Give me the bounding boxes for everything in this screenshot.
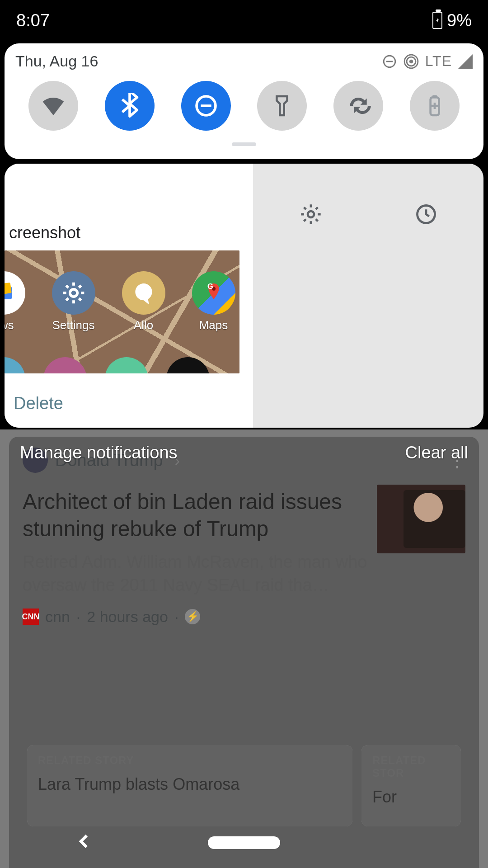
outlet-logo: CNN xyxy=(23,609,39,625)
outlet-name: cnn xyxy=(45,608,70,626)
app-label: ews xyxy=(5,318,14,332)
related-card-left[interactable]: RELATED STORY Lara Trump blasts Omarosa xyxy=(27,745,352,826)
news-app-icon xyxy=(5,271,25,315)
quick-settings-panel[interactable]: Thu, Aug 16 LTE xyxy=(5,43,483,159)
meta-sep: · xyxy=(174,608,178,626)
related-tag: RELATED STORY xyxy=(38,754,342,767)
svg-rect-10 xyxy=(5,283,11,295)
app-label: Settings xyxy=(52,318,95,332)
status-bar: 8:07 9% xyxy=(0,0,488,41)
app-peek-icon xyxy=(43,357,87,373)
svg-rect-8 xyxy=(432,95,436,98)
flashlight-icon xyxy=(269,93,295,118)
news-meta: CNN cnn · 2 hours ago · ⚡ xyxy=(9,597,479,637)
qs-tile-dnd[interactable] xyxy=(181,81,231,131)
qs-tile-autorotate[interactable] xyxy=(333,81,383,131)
app-allo: Allo xyxy=(117,271,169,332)
screenshot-thumbnail[interactable]: ews Settings Allo G xyxy=(5,250,239,373)
qs-tile-wifi[interactable] xyxy=(28,81,78,131)
app-row: ews Settings Allo G xyxy=(5,271,239,332)
app-news: ews xyxy=(5,271,29,332)
battery-saver-icon xyxy=(422,93,447,118)
qs-tile-battery-saver[interactable] xyxy=(410,81,460,131)
related-title: Lara Trump blasts Omarosa xyxy=(38,775,342,794)
delete-button[interactable]: Delete xyxy=(14,394,63,413)
notification-title: creenshot xyxy=(9,223,80,242)
hotspot-status-icon xyxy=(404,54,419,69)
wifi-icon xyxy=(41,93,66,118)
news-age: 2 hours ago xyxy=(87,608,168,626)
related-stories-row[interactable]: RELATED STORY Lara Trump blasts Omarosa … xyxy=(0,745,488,826)
app-peek-icon xyxy=(166,357,210,373)
signal-icon xyxy=(458,54,473,69)
bluetooth-icon xyxy=(117,93,142,118)
maps-app-icon: G xyxy=(192,271,235,315)
svg-point-15 xyxy=(308,211,314,217)
dnd-status-icon xyxy=(382,54,397,69)
meta-sep: · xyxy=(76,608,80,626)
svg-text:G: G xyxy=(207,282,213,290)
clear-all-button[interactable]: Clear all xyxy=(405,443,468,462)
qs-expand-handle[interactable] xyxy=(232,142,256,146)
notification-snooze-button[interactable] xyxy=(414,203,438,228)
svg-point-12 xyxy=(135,283,152,300)
status-right: 9% xyxy=(432,11,472,30)
related-title: For xyxy=(372,788,450,807)
notification-swipe-actions xyxy=(253,164,483,428)
app-peek-icon xyxy=(5,357,25,373)
qs-header: Thu, Aug 16 LTE xyxy=(15,52,473,70)
screenshot-notification[interactable]: creenshot ews Settings xyxy=(5,164,483,428)
settings-app-icon xyxy=(52,271,95,315)
qs-date: Thu, Aug 16 xyxy=(15,52,98,70)
clock-icon xyxy=(414,203,438,226)
app-maps: G Maps xyxy=(188,271,239,332)
related-card-right[interactable]: RELATED STOR For xyxy=(361,745,461,826)
qs-tile-bluetooth[interactable] xyxy=(105,81,155,131)
app-peek-icon xyxy=(105,357,148,373)
notification-footer: Manage notifications Clear all xyxy=(0,437,488,468)
svg-point-11 xyxy=(70,289,77,297)
app-row-bottom xyxy=(5,357,210,373)
notification-settings-button[interactable] xyxy=(299,203,323,228)
battery-charging-icon xyxy=(432,12,442,29)
dnd-icon xyxy=(193,93,219,118)
gear-icon xyxy=(299,203,323,226)
home-pill[interactable] xyxy=(208,836,280,849)
news-thumbnail xyxy=(377,485,465,553)
qs-tile-flashlight[interactable] xyxy=(257,81,307,131)
allo-app-icon xyxy=(122,271,165,315)
chevron-left-icon xyxy=(76,833,93,850)
network-label: LTE xyxy=(425,53,452,70)
qs-tiles xyxy=(15,81,473,131)
related-tag: RELATED STOR xyxy=(372,754,450,779)
status-time: 8:07 xyxy=(16,11,50,30)
manage-notifications-button[interactable]: Manage notifications xyxy=(20,443,178,462)
svg-point-2 xyxy=(409,59,413,63)
app-settings: Settings xyxy=(47,271,99,332)
amp-icon: ⚡ xyxy=(185,609,200,624)
back-button[interactable] xyxy=(76,833,93,852)
battery-percent: 9% xyxy=(447,11,472,30)
qs-status-icons: LTE xyxy=(382,53,473,70)
autorotate-icon xyxy=(346,93,371,118)
notification-content[interactable]: creenshot ews Settings xyxy=(5,164,253,428)
app-label: Allo xyxy=(134,318,153,332)
app-label: Maps xyxy=(199,318,228,332)
navigation-bar xyxy=(0,825,488,861)
